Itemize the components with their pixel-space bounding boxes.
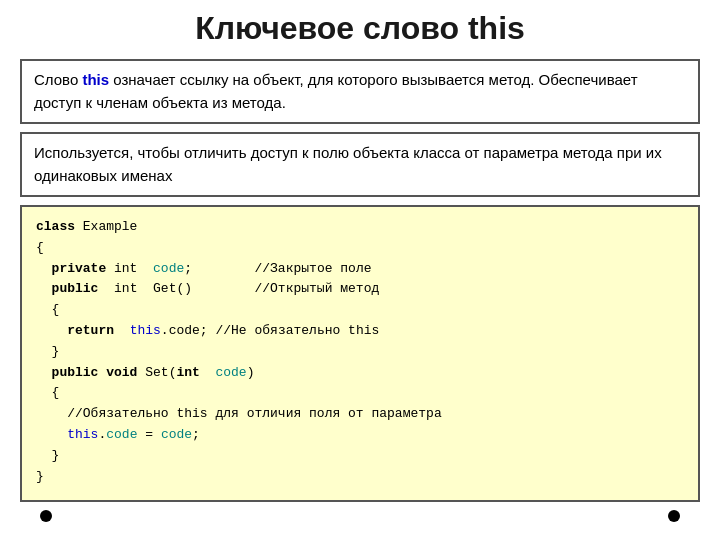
code-block: class Example { private int code; //Закр… (20, 205, 700, 502)
bullets-row (20, 502, 700, 530)
code-line-12: } (36, 446, 684, 467)
code-line-8: public void Set(int code) (36, 363, 684, 384)
code-line-3: private int code; //Закрытое поле (36, 259, 684, 280)
code-line-11: this.code = code; (36, 425, 684, 446)
info-box-1: Слово this означает ссылку на объект, дл… (20, 59, 700, 124)
bullet-right (668, 510, 680, 522)
info-box-2: Используется, чтобы отличить доступ к по… (20, 132, 700, 197)
keyword-this: this (82, 71, 109, 88)
code-line-1: class Example (36, 217, 684, 238)
code-line-5: { (36, 300, 684, 321)
info-text-2: Используется, чтобы отличить доступ к по… (34, 144, 662, 184)
code-line-10: //Обязательно this для отличия поля от п… (36, 404, 684, 425)
code-line-4: public int Get() //Открытый метод (36, 279, 684, 300)
code-line-9: { (36, 383, 684, 404)
code-line-6: return this.code; //Не обязательно this (36, 321, 684, 342)
info-text-after: означает ссылку на объект, для которого … (34, 71, 638, 111)
code-line-2: { (36, 238, 684, 259)
page-title: Ключевое слово this (195, 10, 525, 47)
code-line-7: } (36, 342, 684, 363)
info-text-before: Слово (34, 71, 82, 88)
bullet-left (40, 510, 52, 522)
code-line-13: } (36, 467, 684, 488)
